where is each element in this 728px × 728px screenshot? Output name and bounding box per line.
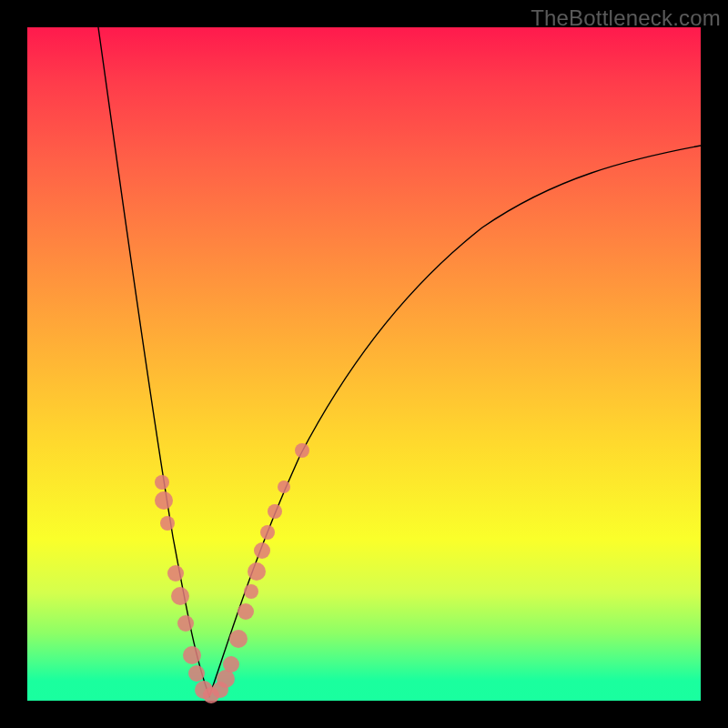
data-marker [217,670,235,688]
data-marker [160,516,175,531]
data-marker [229,630,248,648]
data-marker [223,656,239,672]
data-marker [183,646,201,664]
data-marker [244,584,258,599]
watermark-text: TheBottleneck.com [531,5,721,31]
data-marker [295,443,309,458]
data-marker [278,480,290,493]
data-marker [238,603,254,620]
curve-svg [27,27,701,701]
data-marker [268,504,282,519]
data-marker [188,665,205,682]
data-marker [248,562,266,581]
data-marker [155,491,173,510]
data-marker [260,525,275,540]
data-marker [167,565,184,581]
chart-plot-area [27,27,701,701]
marker-group [155,443,309,703]
data-marker [171,587,189,605]
data-marker [254,542,270,559]
data-marker [155,475,169,490]
data-marker [177,615,194,632]
